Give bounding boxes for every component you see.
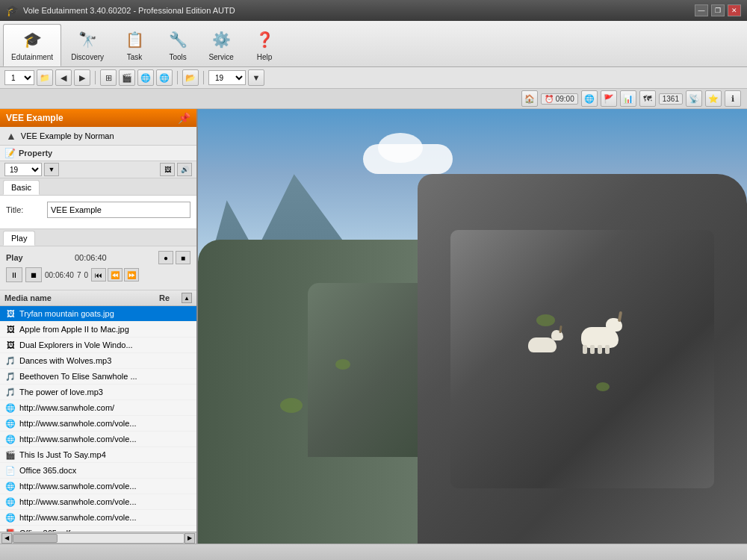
home-button[interactable]: 🏠 [521,90,538,107]
star-button[interactable]: ⭐ [705,90,722,107]
ribbon-help[interactable]: ❓ Help [244,24,285,66]
horizontal-scrollbar[interactable]: ◀ ▶ [0,532,196,544]
media-list[interactable]: 🖼 Tryfan mountain goats.jpg 🖼 Apple from… [0,306,196,532]
ribbon: 🎓 Edutainment 🔭 Discovery 📋 Task 🔧 Tools… [0,21,747,67]
media-item[interactable]: 🌐 http://www.sanwhole.com/vole... [0,510,196,526]
rss-button[interactable]: 📡 [686,90,702,107]
media-item[interactable]: 🖼 Dual Explorers in Vole Windo... [0,337,196,353]
media-icon-9: 🎬 [4,449,16,461]
media-item[interactable]: 🎵 Beethoven To Elise Sanwhole ... [0,369,196,385]
panel-header: VEE Example 📌 [0,109,196,127]
app: 🎓 Edutainment 🔭 Discovery 📋 Task 🔧 Tools… [0,21,747,560]
flag-button[interactable]: 🚩 [601,90,617,107]
service-icon: ⚙️ [209,28,233,52]
nav-prev-btn[interactable]: ⏮ [91,268,106,281]
media-item[interactable]: 🖼 Apple from Apple II to Mac.jpg [0,322,196,337]
tb-btn2[interactable]: ⊞ [100,69,117,86]
media-name-5: The power of love.mp3 [19,388,192,396]
play-ctrl-circle[interactable]: ● [158,251,173,264]
play-ctrl-square[interactable]: ■ [176,251,190,264]
prop-sound-btn[interactable]: 🔊 [177,163,192,176]
stop-button[interactable]: ⏹ [25,267,42,282]
media-name-4: Beethoven To Elise Sanwhole ... [19,372,192,381]
media-item[interactable]: 🎬 This Is Just To Say.mp4 [0,447,196,463]
status-text [6,548,8,556]
minimize-button[interactable]: — [695,4,708,16]
tools-label: Tools [169,53,186,61]
tb-btn4[interactable]: 🌐 [137,69,154,86]
media-item[interactable]: 🌐 http://www.sanwhole.com/vole... [0,416,196,432]
goat1-leg1 [583,345,587,354]
close-button[interactable]: ✕ [728,4,741,16]
tab-basic[interactable]: Basic [3,180,40,195]
tb-btn6[interactable]: 📂 [182,69,199,86]
count-display: 1361 [659,93,683,105]
tb-btn5[interactable]: 🌐 [156,69,173,86]
title-key: Title: [6,205,47,214]
scroll-right-btn[interactable]: ▶ [185,533,195,544]
media-name-2: Dual Explorers in Vole Windo... [19,340,192,349]
media-item[interactable]: 📕 Office 365.pdf [0,526,196,532]
pin-icon[interactable]: 📌 [178,112,190,124]
scroll-up-btn[interactable]: ▲ [182,293,192,303]
restore-button[interactable]: ❐ [711,4,725,16]
scroll-left-btn[interactable]: ◀ [1,533,12,544]
title-input[interactable] [47,202,190,218]
media-name-7: http://www.sanwhole.com/vole... [19,419,192,428]
help-icon: ❓ [252,28,276,52]
media-item[interactable]: 🌐 http://www.sanwhole.com/ [0,400,196,416]
ribbon-edutainment[interactable]: 🎓 Edutainment [3,24,61,66]
play-time: 00:06:40 [75,253,107,262]
help-label: Help [257,53,273,61]
ribbon-service[interactable]: ⚙️ Service [200,24,242,66]
ribbon-discovery[interactable]: 🔭 Discovery [63,24,112,66]
globe-button[interactable]: 🌐 [581,90,598,107]
tb-btn1[interactable]: 📁 [37,69,53,86]
goat2 [524,323,565,352]
tb-btn-fwd[interactable]: ▶ [74,69,90,86]
media-item[interactable]: 🎵 The power of love.mp3 [0,385,196,400]
tb-dropdown[interactable]: ▼ [248,69,264,86]
titlebar-controls: — ❐ ✕ [695,4,741,16]
view-combo2[interactable]: 19 [208,70,246,85]
media-item[interactable]: 🖼 Tryfan mountain goats.jpg [0,306,196,322]
info-button[interactable]: ℹ [725,90,741,107]
tab-play[interactable]: Play [3,231,35,246]
count-value: 1361 [663,95,679,103]
media-icon-3: 🎵 [4,355,16,367]
prop-dropdown-btn[interactable]: ▼ [44,163,59,176]
service-label: Service [208,53,233,61]
media-item[interactable]: 📄 Office 365.docx [0,463,196,479]
nav-fwd-btn[interactable]: ⏩ [124,268,139,281]
scroll-thumb[interactable] [13,534,58,543]
task-label: Task [127,53,143,61]
media-name-1: Apple from Apple II to Mac.jpg [19,325,192,334]
time-value: 09:00 [556,95,574,103]
property-label: Property [19,149,52,158]
left-panel: VEE Example 📌 ▲ VEE Example by Norman 📝 … [0,109,198,544]
property-icon: 📝 [4,148,16,158]
scroll-track[interactable] [12,533,185,544]
tb-btn3[interactable]: 🎬 [119,69,135,86]
media-item[interactable]: 🌐 http://www.sanwhole.com/vole... [0,494,196,510]
media-name-10: Office 365.docx [19,466,192,475]
media-item[interactable]: 🎵 Dances with Wolves.mp3 [0,353,196,369]
expand-button[interactable]: ▲ [6,130,16,142]
media-icon-5: 🎵 [4,386,16,398]
sep2 [177,71,178,84]
media-item[interactable]: 🌐 http://www.sanwhole.com/vole... [0,479,196,494]
pause-button[interactable]: ⏸ [6,267,22,282]
map-button[interactable]: 🗺 [639,90,656,107]
media-icon-13: 🌐 [4,511,16,523]
play-time2: 00:06:40 [45,271,74,279]
bars-button[interactable]: 📊 [620,90,636,107]
view-combo1[interactable]: 1 [4,70,34,85]
ribbon-tools[interactable]: 🔧 Tools [157,24,199,66]
ribbon-task[interactable]: 📋 Task [114,24,155,66]
tb-btn-back[interactable]: ◀ [55,69,72,86]
prop-image-btn[interactable]: 🖼 [160,163,175,176]
media-icon-12: 🌐 [4,496,16,508]
nav-back-btn[interactable]: ⏪ [108,268,123,281]
media-item[interactable]: 🌐 http://www.sanwhole.com/vole... [0,432,196,447]
property-combo[interactable]: 19 [4,163,42,176]
